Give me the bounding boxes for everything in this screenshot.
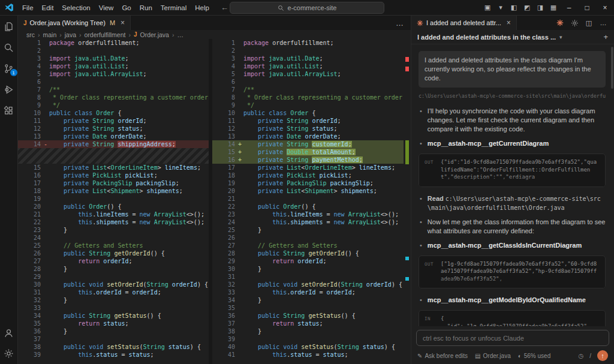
code-line[interactable]: 24 <box>18 234 209 242</box>
code-line[interactable]: 11 private String orderId; <box>212 117 411 125</box>
diff-original-pane[interactable]: 1package orderfulfillment;23import java.… <box>18 39 209 364</box>
menu-file[interactable]: File <box>18 0 38 16</box>
code-line[interactable]: 15 private List<OrderLineItem> lineItems… <box>18 164 209 172</box>
claude-icon[interactable] <box>554 19 566 26</box>
history-icon[interactable]: ◷ <box>578 353 583 359</box>
code-line[interactable]: 27 return orderId; <box>18 257 209 265</box>
extensions-icon[interactable] <box>3 104 15 116</box>
conversation-header[interactable]: I added and deleted attributes in the cl… <box>411 30 614 44</box>
breadcrumb-item-src[interactable]: src <box>26 31 35 38</box>
code-line[interactable]: 8 * Order class representing a customer … <box>212 94 411 101</box>
toggle-secondary-sidebar-icon[interactable]: ◨ <box>534 4 547 11</box>
breadcrumb-item-orderfulfillment[interactable]: orderfulfillment <box>85 31 126 38</box>
code-line[interactable]: 31 <box>212 273 411 281</box>
settings-gear-icon[interactable] <box>568 19 580 27</box>
breadcrumb-item-[interactable]: … <box>177 31 183 38</box>
breadcrumb-item-Orderjava[interactable]: Order.java <box>140 31 168 38</box>
code-line[interactable]: 18 private PickList pickList; <box>212 172 411 179</box>
code-line[interactable]: 34 public String getStatus() { <box>18 312 209 320</box>
code-line[interactable]: 39 this.status = status; <box>18 351 209 359</box>
code-line[interactable]: 33 this.orderId = orderId; <box>212 288 411 296</box>
tab-claude-chat[interactable]: I added and deleted attr... × <box>411 16 517 30</box>
code-line[interactable]: 14- private String shippingAddress; <box>18 140 209 148</box>
code-line[interactable]: 36 } <box>18 327 209 335</box>
close-icon[interactable]: × <box>121 19 125 27</box>
code-line[interactable]: 41 this.status = status; <box>212 351 411 359</box>
split-editor-icon[interactable]: ◫ <box>583 19 595 27</box>
new-chat-icon[interactable]: + <box>603 32 608 41</box>
editor-more-actions-icon[interactable]: … <box>389 16 411 30</box>
code-line[interactable]: 17 private PackingSlip packingSlip; <box>18 179 209 187</box>
code-line[interactable]: 22 this.shipments = new ArrayList<>(); <box>18 218 209 226</box>
diff-modified-pane[interactable]: 1package orderfulfillment;23import java.… <box>212 39 411 364</box>
code-line[interactable]: 9 */ <box>212 101 411 109</box>
code-line[interactable]: 27 // Getters and Setters <box>212 242 411 249</box>
code-line[interactable]: 29 return orderId; <box>212 257 411 265</box>
breadcrumb-item-main[interactable]: main <box>43 31 57 38</box>
scrollbar[interactable] <box>611 47 613 89</box>
code-line[interactable]: 40 public void setStatus(String status) … <box>212 343 411 351</box>
code-line[interactable]: 21 <box>212 195 411 203</box>
code-line[interactable]: 38 public void setStatus(String status) … <box>18 343 209 351</box>
status-ask-before-edits[interactable]: ✎Ask before edits <box>417 353 468 359</box>
code-line[interactable]: 22 public Order() { <box>212 203 411 210</box>
toggle-primary-sidebar-icon[interactable]: ◧ <box>507 4 520 11</box>
code-line[interactable]: 6 <box>18 78 209 86</box>
code-line[interactable]: 2 <box>18 47 209 55</box>
code-line[interactable]: 30 public void setOrderId(String orderId… <box>18 281 209 288</box>
run-debug-icon[interactable] <box>3 83 15 95</box>
code-line[interactable]: 26 <box>212 234 411 242</box>
code-line[interactable]: 23 this.lineItems = new ArrayList<>(); <box>212 210 411 218</box>
toggle-panel-icon[interactable]: ◩ <box>520 4 534 11</box>
status-order-java[interactable]: ▤Order.java <box>475 353 511 359</box>
code-line[interactable]: 19 <box>18 195 209 203</box>
code-line[interactable]: 14+ private String customerId; <box>212 140 411 148</box>
source-control-icon[interactable]: 1 <box>3 62 15 74</box>
code-line[interactable]: 16+ private String paymentMethod; <box>212 156 411 164</box>
code-line[interactable]: 4import java.util.List; <box>18 62 209 70</box>
code-line[interactable]: 1package orderfulfillment; <box>212 39 411 47</box>
code-line[interactable]: 16 private PickList pickList; <box>18 172 209 179</box>
menu-go[interactable]: Go <box>118 0 135 16</box>
code-line[interactable]: 34 } <box>212 296 411 304</box>
code-line[interactable]: 39 <box>212 335 411 343</box>
customize-layout-icon[interactable]: ▦ <box>547 4 560 11</box>
command-center-search[interactable]: e-commerce-site <box>230 2 384 14</box>
code-line[interactable]: 24 this.shipments = new ArrayList<>(); <box>212 218 411 226</box>
menu-help[interactable]: Help <box>191 0 213 16</box>
code-line[interactable]: 11 private String orderId; <box>18 117 209 125</box>
breadcrumb-item-java[interactable]: java <box>65 31 76 38</box>
menu-view[interactable]: View <box>95 0 118 16</box>
code-line[interactable]: 18 private List<Shipment> shipments; <box>18 187 209 195</box>
code-line[interactable]: 5import java.util.ArrayList; <box>18 70 209 78</box>
maximize-icon[interactable]: □ <box>578 0 596 15</box>
back-icon[interactable]: ← <box>221 3 228 12</box>
tool-output-block[interactable]: IN{ "id": "1g-9cfd8ae715079ffadea9b7e6af… <box>419 310 606 326</box>
code-line[interactable]: 20 private List<Shipment> shipments; <box>212 187 411 195</box>
close-icon[interactable]: × <box>596 0 614 15</box>
code-line[interactable]: 3import java.util.Date; <box>18 55 209 62</box>
code-line[interactable]: 13 private Date orderDate; <box>212 133 411 140</box>
code-line[interactable]: 5import java.util.ArrayList; <box>212 70 411 78</box>
code-line[interactable]: 19 private PackingSlip packingSlip; <box>212 179 411 187</box>
code-line[interactable]: 28 public String getOrderId() { <box>212 249 411 257</box>
code-line[interactable]: 37 return status; <box>212 320 411 327</box>
code-line[interactable]: 32 public void setOrderId(String orderId… <box>212 281 411 288</box>
code-line[interactable]: 3import java.util.Date; <box>212 55 411 62</box>
code-line[interactable]: 25 // Getters and Setters <box>18 242 209 249</box>
status-56--used[interactable]: ◐56% used <box>518 353 551 359</box>
code-line[interactable]: 30 } <box>212 265 411 273</box>
menu-edit[interactable]: Edit <box>38 0 58 16</box>
code-line[interactable]: 15+ private Double totalAmount; <box>212 148 411 156</box>
more-actions-icon[interactable]: … <box>597 19 609 26</box>
search-icon[interactable] <box>3 41 15 53</box>
send-button[interactable]: ↑ <box>597 350 608 361</box>
code-line[interactable]: 21 this.lineItems = new ArrayList<>(); <box>18 210 209 218</box>
code-line[interactable]: 7/** <box>212 86 411 94</box>
code-line[interactable]: 10public class Order { <box>212 109 411 117</box>
code-line[interactable]: 4import java.util.List; <box>212 62 411 70</box>
code-line[interactable]: 28 } <box>18 265 209 273</box>
code-line[interactable]: 23 } <box>18 226 209 234</box>
code-line[interactable]: 8 * Order class representing a customer … <box>18 94 209 101</box>
code-line[interactable]: 31 this.orderId = orderId; <box>18 288 209 296</box>
